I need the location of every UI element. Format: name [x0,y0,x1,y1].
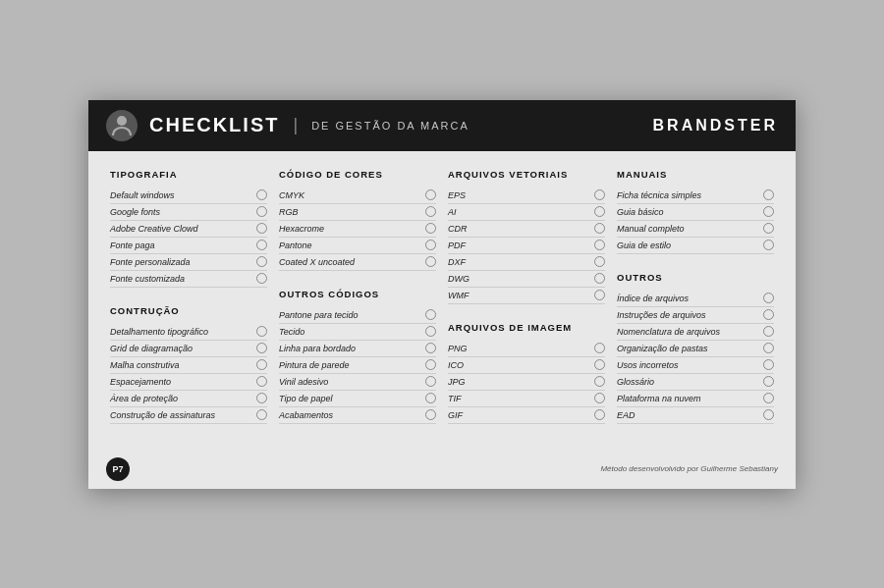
checklist-item[interactable]: EPS [448,187,605,204]
checklist-item[interactable]: Malha construtiva [110,357,267,374]
item-checkbox-circle[interactable] [256,206,267,217]
item-checkbox-circle[interactable] [763,359,774,370]
checklist-item[interactable]: CDR [448,221,605,238]
checklist-item[interactable]: Google fonts [110,204,267,221]
item-checkbox-circle[interactable] [763,393,774,403]
item-checkbox-circle[interactable] [256,189,267,200]
checklist-item[interactable]: Organização de pastas [617,341,774,357]
checklist-item[interactable]: Tipo de papel [279,391,436,407]
checklist-item[interactable]: PNG [448,341,605,357]
checklist-item[interactable]: Pantone para tecido [279,307,436,324]
item-checkbox-circle[interactable] [594,290,605,300]
checklist-item[interactable]: Guia básico [617,204,774,221]
checklist-item[interactable]: Linha para bordado [279,341,436,357]
checklist-item[interactable]: Acabamentos [279,407,436,424]
item-checkbox-circle[interactable] [594,376,605,387]
item-checkbox-circle[interactable] [256,409,267,420]
checklist-item[interactable]: Tecido [279,324,436,341]
item-checkbox-circle[interactable] [594,223,605,234]
checklist-item[interactable]: Fonte personalizada [110,254,267,271]
item-checkbox-circle[interactable] [763,309,774,320]
item-label: Usos incorretos [617,360,759,370]
item-checkbox-circle[interactable] [763,240,774,250]
checklist-item[interactable]: Instruções de arquivos [617,307,774,324]
item-checkbox-circle[interactable] [256,223,267,234]
checklist-item[interactable]: DWG [448,271,605,288]
checklist-item[interactable]: CMYK [279,187,436,204]
item-checkbox-circle[interactable] [256,240,267,250]
item-checkbox-circle[interactable] [763,376,774,387]
item-checkbox-circle[interactable] [594,206,605,217]
item-checkbox-circle[interactable] [594,273,605,284]
item-checkbox-circle[interactable] [425,393,436,403]
checklist-item[interactable]: Guia de estilo [617,238,774,254]
item-checkbox-circle[interactable] [594,240,605,250]
item-checkbox-circle[interactable] [425,359,436,370]
checklist-item[interactable]: ICO [448,357,605,374]
checklist-item[interactable]: Glossário [617,374,774,391]
item-checkbox-circle[interactable] [763,409,774,420]
checklist-item[interactable]: WMF [448,288,605,304]
item-checkbox-circle[interactable] [594,256,605,267]
checklist-item[interactable]: Área de proteção [110,391,267,407]
item-checkbox-circle[interactable] [256,343,267,353]
item-label: PDF [448,241,590,250]
checklist-item[interactable]: DXF [448,254,605,271]
checklist-item[interactable]: Manual completo [617,221,774,238]
item-checkbox-circle[interactable] [256,359,267,370]
checklist-item[interactable]: PDF [448,238,605,254]
checklist-item[interactable]: JPG [448,374,605,391]
item-checkbox-circle[interactable] [763,206,774,217]
checklist-item[interactable]: Plataforma na nuvem [617,391,774,407]
item-checkbox-circle[interactable] [256,273,267,284]
checklist-item[interactable]: RGB [279,204,436,221]
item-checkbox-circle[interactable] [425,256,436,267]
checklist-item[interactable]: Pantone [279,238,436,254]
checklist-item[interactable]: Fonte customizada [110,271,267,288]
item-checkbox-circle[interactable] [425,189,436,200]
item-checkbox-circle[interactable] [425,309,436,320]
checklist-item[interactable]: Espacejamento [110,374,267,391]
checklist-item[interactable]: Adobe Creative Clowd [110,221,267,238]
item-checkbox-circle[interactable] [425,343,436,353]
item-checkbox-circle[interactable] [594,393,605,403]
checklist-item[interactable]: AI [448,204,605,221]
item-checkbox-circle[interactable] [425,326,436,337]
checklist-item[interactable]: Vinil adesivo [279,374,436,391]
item-checkbox-circle[interactable] [256,376,267,387]
item-checkbox-circle[interactable] [763,189,774,200]
item-checkbox-circle[interactable] [425,376,436,387]
checklist-item[interactable]: Usos incorretos [617,357,774,374]
checklist-item[interactable]: Detalhamento tipográfico [110,324,267,341]
checklist-item[interactable]: EAD [617,407,774,424]
item-checkbox-circle[interactable] [594,189,605,200]
checklist-item[interactable]: Pintura de parede [279,357,436,374]
item-checkbox-circle[interactable] [425,206,436,217]
checklist-item[interactable]: Índice de arquivos [617,291,774,307]
checklist-item[interactable]: Construção de assinaturas [110,407,267,424]
checklist-item[interactable]: Fonte paga [110,238,267,254]
item-checkbox-circle[interactable] [594,359,605,370]
item-checkbox-circle[interactable] [594,409,605,420]
item-checkbox-circle[interactable] [763,293,774,303]
item-checkbox-circle[interactable] [425,240,436,250]
checklist-item[interactable]: Coated X uncoated [279,254,436,271]
checklist-item[interactable]: Grid de diagramação [110,341,267,357]
checklist-item[interactable]: TIF [448,391,605,407]
item-label: Fonte paga [110,241,252,250]
item-checkbox-circle[interactable] [425,409,436,420]
item-checkbox-circle[interactable] [763,343,774,353]
checklist-item[interactable]: Nomenclatura de arquivos [617,324,774,341]
item-checkbox-circle[interactable] [256,393,267,403]
item-label: CMYK [279,190,421,200]
item-checkbox-circle[interactable] [256,256,267,267]
checklist-item[interactable]: Default windows [110,187,267,204]
checklist-item[interactable]: Hexacrome [279,221,436,238]
checklist-item[interactable]: GIF [448,407,605,424]
item-checkbox-circle[interactable] [425,223,436,234]
item-checkbox-circle[interactable] [763,326,774,337]
item-checkbox-circle[interactable] [256,326,267,337]
item-checkbox-circle[interactable] [594,343,605,353]
checklist-item[interactable]: Ficha técnica simples [617,187,774,204]
item-checkbox-circle[interactable] [763,223,774,234]
